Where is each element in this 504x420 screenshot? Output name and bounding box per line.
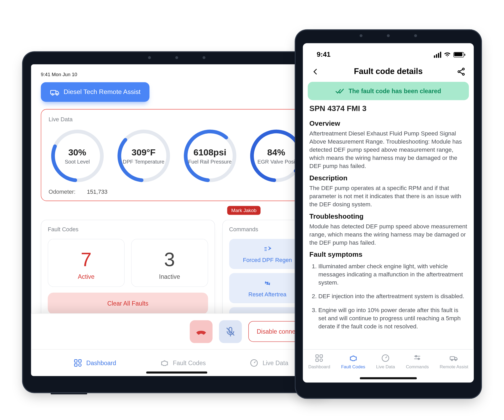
tab-live-data[interactable]: Live Data xyxy=(250,358,288,367)
active-faults-tile[interactable]: 7 Active xyxy=(48,239,125,287)
ptab-remote-assist-label: Remote Assist xyxy=(440,364,468,369)
ptab-fault-codes[interactable]: Fault Codes xyxy=(341,354,365,369)
gauge-icon xyxy=(381,354,390,363)
gauge-label: Fuel Rail Pressure xyxy=(188,159,232,165)
success-toast: The fault code has been cleared xyxy=(308,82,469,100)
ptab-remote-assist[interactable]: Remote Assist xyxy=(440,354,468,369)
command-label: Forced DPF Regen xyxy=(243,257,292,263)
live-data-title: Live Data xyxy=(49,116,305,123)
command-icon xyxy=(262,279,273,288)
dashboard-icon xyxy=(73,358,82,367)
tablet-screen: 9:41 Mon Jun 10 Diesel Tech Remote Assis… xyxy=(31,64,322,376)
odometer-label: Odometer: xyxy=(49,188,76,195)
gauge-fuel-rail-pressure[interactable]: 6108psi Fuel Rail Pressure xyxy=(181,127,239,184)
tablet-device-frame: 9:41 Mon Jun 10 Diesel Tech Remote Assis… xyxy=(22,51,331,393)
svg-line-39 xyxy=(386,357,387,358)
van-icon xyxy=(449,354,459,363)
phone-time: 9:41 xyxy=(317,50,330,59)
toast-text: The fault code has been cleared xyxy=(349,87,441,94)
home-indicator[interactable] xyxy=(146,371,207,374)
symptom-item: DEF injection into the aftertreatment sy… xyxy=(318,292,467,300)
ptab-live-data[interactable]: Live Data xyxy=(376,354,395,369)
page-title: Fault code details xyxy=(354,67,423,76)
back-icon[interactable] xyxy=(311,67,320,76)
description-heading: Description xyxy=(309,174,467,182)
ptab-dashboard[interactable]: Dashboard xyxy=(308,354,330,369)
remote-cursor-badge: Mark Jakob xyxy=(227,206,260,215)
inactive-faults-count: 3 xyxy=(135,248,204,271)
gauge-label: Soot Level xyxy=(65,159,90,165)
svg-rect-21 xyxy=(74,359,77,362)
command-label: Reset Aftertrea xyxy=(248,291,286,297)
gauge-icon xyxy=(250,358,259,367)
sliders-icon xyxy=(412,354,422,363)
command-forced-dpf-regen[interactable]: Forced DPF Regen xyxy=(229,239,306,269)
live-data-panel: Live Data 30% Soot Level 309°F DPF Tempe… xyxy=(41,109,313,201)
gauge-value: 6108psi xyxy=(188,147,232,158)
svg-point-24 xyxy=(78,364,81,366)
symptom-item: Illuminated amber check engine light, wi… xyxy=(318,262,467,286)
symptom-item: Engine will go into 10% power derate aft… xyxy=(318,306,467,330)
tab-dashboard[interactable]: Dashboard xyxy=(73,358,116,367)
microphone-muted-icon xyxy=(225,326,236,337)
active-faults-count: 7 xyxy=(51,248,121,271)
tab-fault-codes[interactable]: Fault Codes xyxy=(160,358,206,367)
battery-icon xyxy=(453,52,464,57)
cellular-icon xyxy=(434,51,441,57)
status-bar-time: 9:41 Mon Jun 10 xyxy=(41,72,313,77)
troubleshooting-heading: Troubleshooting xyxy=(309,212,467,220)
tab-live-data-label: Live Data xyxy=(262,359,288,366)
phone-status-bar: 9:41 xyxy=(303,43,474,62)
svg-rect-35 xyxy=(316,359,318,361)
ptab-dashboard-label: Dashboard xyxy=(308,364,330,369)
svg-point-45 xyxy=(452,359,453,361)
gauge-dpf-temperature[interactable]: 309°F DPF Temperature xyxy=(115,127,172,184)
home-indicator[interactable] xyxy=(360,377,417,379)
command-icon xyxy=(262,245,273,254)
ptab-commands[interactable]: Commands xyxy=(406,354,429,369)
svg-point-11 xyxy=(267,283,268,284)
clear-all-faults-button[interactable]: Clear All Faults xyxy=(48,293,208,314)
gauge-value: 30% xyxy=(65,147,90,158)
symptoms-list: Illuminated amber check engine light, wi… xyxy=(309,260,467,330)
tab-fault-codes-label: Fault Codes xyxy=(173,359,206,366)
svg-rect-33 xyxy=(316,355,318,357)
gauge-label: DPF Temperature xyxy=(123,159,165,165)
dashboard-icon xyxy=(314,354,324,363)
svg-line-27 xyxy=(254,361,256,363)
command-reset-aftertrea[interactable]: Reset Aftertrea xyxy=(229,273,306,303)
troubleshooting-text: Module has detected DEF pump speed above… xyxy=(309,222,467,247)
fault-codes-title: Fault Codes xyxy=(48,226,208,232)
svg-rect-23 xyxy=(74,364,77,366)
ptab-commands-label: Commands xyxy=(406,364,429,369)
engine-icon xyxy=(160,358,169,367)
svg-point-36 xyxy=(320,359,323,361)
call-bar: Disable connectio xyxy=(31,313,322,349)
hangup-button[interactable] xyxy=(190,320,212,343)
mute-button[interactable] xyxy=(219,320,242,343)
ptab-fault-codes-label: Fault Codes xyxy=(341,364,365,369)
gauge-label: EGR Valve Posi xyxy=(258,159,295,165)
engine-icon xyxy=(348,354,358,363)
remote-assist-label: Diesel Tech Remote Assist xyxy=(64,88,140,96)
phone-device-frame: 9:41 Fault code details The fault code h… xyxy=(295,29,482,399)
phone-screen: 9:41 Fault code details The fault code h… xyxy=(303,43,474,383)
svg-line-31 xyxy=(460,69,463,71)
ptab-live-data-label: Live Data xyxy=(376,364,395,369)
inactive-faults-tile[interactable]: 3 Inactive xyxy=(131,239,208,287)
svg-rect-22 xyxy=(78,359,81,362)
wifi-icon xyxy=(444,51,451,58)
fault-code-id: SPN 4374 FMI 3 xyxy=(303,103,474,117)
share-icon[interactable] xyxy=(457,67,466,76)
remote-assist-button[interactable]: Diesel Tech Remote Assist xyxy=(41,82,150,102)
svg-line-32 xyxy=(460,72,463,74)
gauge-soot-level[interactable]: 30% Soot Level xyxy=(49,127,106,184)
commands-title: Commands xyxy=(229,226,306,232)
svg-point-1 xyxy=(52,94,53,95)
tab-dashboard-label: Dashboard xyxy=(86,359,116,366)
symptoms-heading: Fault symptoms xyxy=(309,251,467,259)
inactive-faults-label: Inactive xyxy=(135,273,204,280)
gauge-value: 84% xyxy=(258,147,295,158)
overview-text: Aftertreatment Diesel Exhaust Fluid Pump… xyxy=(309,129,467,170)
description-text: The DEF pump operates at a specific RPM … xyxy=(309,184,467,208)
